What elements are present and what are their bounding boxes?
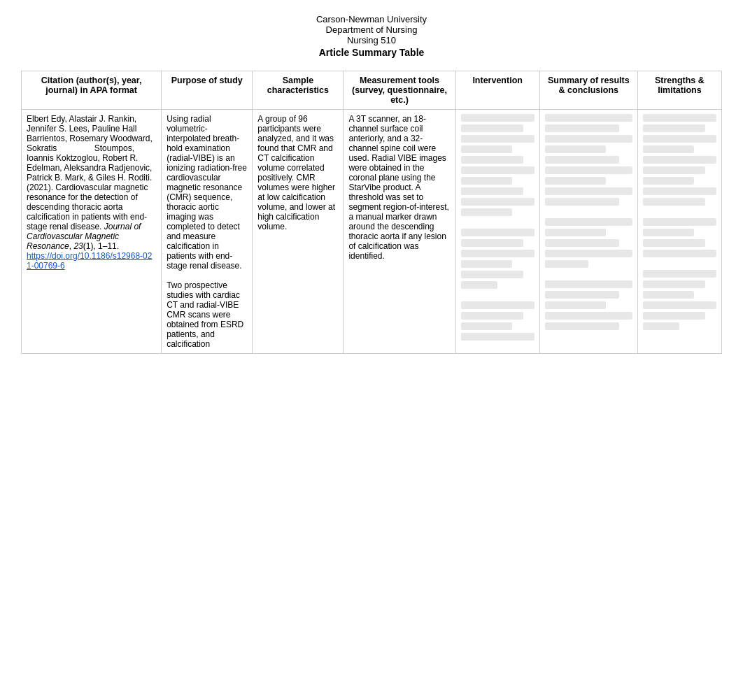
col-header-intervention: Intervention	[455, 71, 539, 110]
intervention-blur-11	[461, 229, 535, 236]
strengths-blur-4	[643, 145, 695, 153]
summary-blur-12	[545, 239, 619, 247]
strengths-blur-12	[643, 239, 705, 247]
intervention-blur-5	[461, 156, 523, 164]
strengths-blur-1	[643, 114, 716, 122]
intervention-blur-10	[461, 208, 513, 216]
purpose-cell: Using radial volumetric-interpolated bre…	[162, 110, 253, 354]
university-name: Carson-Newman University	[21, 14, 722, 24]
intervention-blur-4	[461, 145, 513, 153]
intervention-blur-17	[461, 301, 535, 309]
citation-authors: Elbert Edy, Alastair J. Rankin, Jennifer…	[27, 114, 155, 251]
summary-blur-18	[545, 312, 632, 320]
strengths-blur-13	[643, 250, 716, 257]
department-name: Department of Nursing	[21, 24, 722, 35]
strengths-blur-11	[643, 229, 695, 236]
summary-blur-16	[545, 291, 619, 299]
summary-blur-11	[545, 229, 607, 236]
col-header-sample: Sample characteristics	[253, 71, 344, 110]
summary-blur-17	[545, 301, 607, 309]
summary-blur-14	[545, 260, 589, 268]
intervention-blur-19	[461, 322, 513, 330]
intervention-blur-18	[461, 312, 523, 320]
strengths-blur-17	[643, 301, 716, 309]
purpose-text-2: Two prospective studies with cardiac CT …	[167, 280, 243, 349]
summary-blur-10	[545, 218, 632, 226]
sample-text: A group of 96 participants were analyzed…	[257, 114, 335, 231]
summary-blur-3	[545, 135, 632, 143]
intervention-blur-2	[461, 124, 523, 132]
strengths-blur-18	[643, 312, 705, 320]
sample-cell: A group of 96 participants were analyzed…	[253, 110, 344, 354]
summary-blur-15	[545, 280, 632, 288]
strengths-cell	[637, 110, 721, 354]
intervention-blur-20	[461, 333, 535, 341]
strengths-blur-5	[643, 156, 716, 164]
citation-cell: Elbert Edy, Alastair J. Rankin, Jennifer…	[22, 110, 162, 354]
intervention-blur-13	[461, 250, 535, 257]
strengths-blur-8	[643, 187, 716, 195]
intervention-blur-3	[461, 135, 535, 143]
summary-cell	[539, 110, 637, 354]
table-title: Article Summary Table	[21, 47, 722, 58]
col-header-strengths: Strengths & limitations	[637, 71, 721, 110]
intervention-blur-6	[461, 166, 535, 174]
page-header: Carson-Newman University Department of N…	[21, 14, 722, 58]
col-header-purpose: Purpose of study	[162, 71, 253, 110]
measurement-cell: A 3T scanner, an 18-channel surface coil…	[344, 110, 455, 354]
strengths-blur-2	[643, 124, 705, 132]
intervention-blur-15	[461, 271, 523, 278]
summary-blur-1	[545, 114, 632, 122]
strengths-blur-3	[643, 135, 716, 143]
strengths-blur-9	[643, 198, 705, 206]
col-header-summary: Summary of results & conclusions	[539, 71, 637, 110]
intervention-blur-8	[461, 187, 523, 195]
measurement-text: A 3T scanner, an 18-channel surface coil…	[348, 114, 448, 261]
intervention-cell	[455, 110, 539, 354]
summary-blur-19	[545, 322, 619, 330]
summary-blur-6	[545, 166, 632, 174]
intervention-blur-12	[461, 239, 523, 247]
intervention-blur-9	[461, 198, 535, 206]
summary-blur-2	[545, 124, 619, 132]
citation-doi-link[interactable]: https://doi.org/10.1186/s12968-021-00769…	[27, 251, 152, 271]
strengths-blur-16	[643, 291, 695, 299]
summary-blur-7	[545, 177, 607, 185]
intervention-blur-7	[461, 177, 513, 185]
strengths-blur-14	[643, 270, 716, 278]
intervention-blur-14	[461, 260, 513, 268]
summary-blur-5	[545, 156, 619, 164]
strengths-blur-6	[643, 166, 705, 174]
summary-blur-4	[545, 145, 607, 153]
article-summary-table: Citation (author(s), year, journal) in A…	[21, 71, 722, 354]
table-row: Elbert Edy, Alastair J. Rankin, Jennifer…	[22, 110, 722, 354]
summary-blur-13	[545, 250, 632, 257]
strengths-blur-10	[643, 218, 716, 226]
summary-blur-8	[545, 187, 632, 195]
col-header-citation: Citation (author(s), year, journal) in A…	[22, 71, 162, 110]
table-header-row: Citation (author(s), year, journal) in A…	[22, 71, 722, 110]
summary-blur-9	[545, 198, 619, 206]
intervention-blur-16	[461, 281, 498, 289]
strengths-blur-7	[643, 177, 695, 185]
purpose-text: Using radial volumetric-interpolated bre…	[167, 114, 247, 271]
course-name: Nursing 510	[21, 35, 722, 45]
page-wrapper: Carson-Newman University Department of N…	[0, 0, 743, 368]
intervention-blur-1	[461, 114, 535, 122]
strengths-blur-19	[643, 322, 680, 330]
strengths-blur-15	[643, 280, 705, 288]
col-header-measurement: Measurement tools (survey, questionnaire…	[344, 71, 455, 110]
